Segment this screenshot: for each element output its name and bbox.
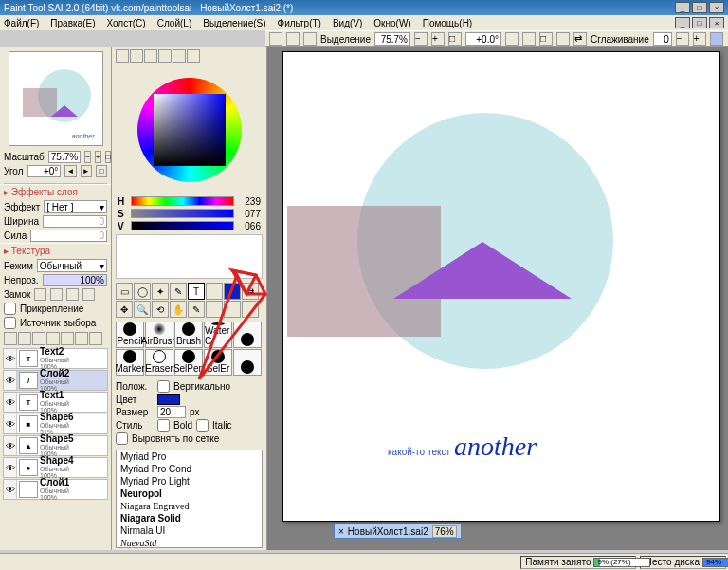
rotate-cw-button[interactable] <box>522 32 536 46</box>
undo-button[interactable] <box>269 32 282 46</box>
flip-h-button[interactable] <box>556 32 570 46</box>
vertical-checkbox[interactable] <box>157 380 170 393</box>
tab-close-icon[interactable]: × <box>338 526 344 537</box>
color-swatches[interactable] <box>116 234 263 279</box>
rotate-ccw-button[interactable] <box>505 32 519 46</box>
menu-help[interactable]: Помощь(H) <box>423 18 473 28</box>
minimize-button[interactable]: _ <box>675 2 690 13</box>
menu-file[interactable]: Файл(F) <box>4 18 39 28</box>
color-square[interactable] <box>154 94 226 166</box>
doc-close-button[interactable]: × <box>709 17 724 28</box>
menu-canvas[interactable]: Холст(C) <box>106 18 145 28</box>
menu-layer[interactable]: Слой(L) <box>157 18 192 28</box>
menu-select[interactable]: Выделение(S) <box>203 18 265 28</box>
brush-Marker[interactable]: Marker <box>116 349 144 376</box>
angle-dec-button[interactable]: ◄ <box>64 165 76 177</box>
hsv-slider-toggle[interactable] <box>144 49 157 63</box>
angle-inc-button[interactable]: ► <box>81 165 92 177</box>
text-tool-alt[interactable]: ✎ <box>170 283 187 300</box>
layer-visibility-toggle[interactable]: 👁 <box>4 480 17 499</box>
color-wheel-toggle[interactable] <box>116 49 129 63</box>
brush-empty[interactable] <box>233 322 262 348</box>
rotate-reset-button[interactable]: □ <box>539 32 553 46</box>
rect-select-tool[interactable]: ▭ <box>116 283 133 300</box>
layer-visibility-toggle[interactable]: 👁 <box>4 414 17 433</box>
zoom-out-button[interactable]: − <box>414 32 428 46</box>
layer-visibility-toggle[interactable]: 👁 <box>4 393 17 412</box>
color-wheel[interactable] <box>112 64 266 195</box>
font-option[interactable]: Neuropol <box>117 487 262 500</box>
bold-checkbox[interactable] <box>157 419 170 432</box>
new-vector-button[interactable] <box>32 332 46 345</box>
font-option[interactable]: Myriad Pro Light <box>117 475 262 487</box>
new-group-button[interactable] <box>18 332 31 345</box>
italic-checkbox[interactable] <box>196 419 209 432</box>
brush-empty[interactable] <box>233 349 262 376</box>
font-option[interactable]: Nirmala UI <box>117 524 262 537</box>
val-slider[interactable] <box>131 221 234 230</box>
lock-alpha-button[interactable] <box>34 288 46 301</box>
sat-slider[interactable] <box>131 209 234 218</box>
zoom-in-button[interactable]: + <box>431 32 445 46</box>
menu-window[interactable]: Окно(W) <box>373 18 410 28</box>
lock-all-button[interactable] <box>82 288 95 301</box>
font-list[interactable]: Myriad ProMyriad Pro CondMyriad Pro Ligh… <box>116 450 263 548</box>
layer-visibility-toggle[interactable]: 👁 <box>4 371 17 390</box>
deselect-button[interactable] <box>303 32 317 46</box>
brush-SelPen[interactable]: SelPen <box>174 349 203 376</box>
swatches-toggle[interactable] <box>173 49 186 63</box>
brush-Brush[interactable]: Brush <box>174 322 203 348</box>
lock-pixel-button[interactable] <box>50 288 63 301</box>
shape-tool[interactable] <box>206 283 223 300</box>
effect-dropdown[interactable]: [ Нет ]▾ <box>44 200 107 213</box>
rotate-tool[interactable]: ⟲ <box>152 301 169 318</box>
menu-edit[interactable]: Правка(E) <box>50 18 95 28</box>
zoom-dec-button[interactable]: − <box>84 151 91 163</box>
layer-visibility-toggle[interactable]: 👁 <box>4 458 17 477</box>
brush-Pencil[interactable]: Pencil <box>116 322 144 348</box>
stabilizer-icon[interactable]: ⇄ <box>573 32 587 46</box>
layer-row[interactable]: 👁▲Shape5Обычный100% <box>3 435 108 456</box>
font-option[interactable]: Niagara Engraved <box>117 500 262 512</box>
text-tool[interactable]: T <box>188 283 205 300</box>
font-option[interactable]: Myriad Pro <box>117 450 262 463</box>
new-layer-button[interactable] <box>4 332 17 345</box>
lock-move-button[interactable] <box>66 288 79 301</box>
font-option[interactable]: Niagara Solid <box>117 512 262 524</box>
source-checkbox[interactable] <box>4 317 16 329</box>
zoom-tool[interactable]: 🔍 <box>134 301 151 318</box>
zoom-field[interactable] <box>374 32 410 46</box>
delete-layer-button[interactable] <box>89 332 102 345</box>
width-value[interactable]: 0 <box>43 215 107 228</box>
merge-down-button[interactable] <box>61 332 74 345</box>
text-color-swatch[interactable] <box>157 394 180 405</box>
opacity-value[interactable]: 100% <box>43 274 107 286</box>
color-mixer-toggle[interactable] <box>158 49 172 63</box>
lasso-tool[interactable]: ◯ <box>134 283 151 300</box>
layer-row[interactable]: 👁TText1Обычный100% <box>3 392 108 413</box>
menu-filter[interactable]: Фильтр(T) <box>278 18 321 28</box>
wand-tool[interactable]: ✦ <box>152 283 169 300</box>
smoothing-inc-button[interactable]: + <box>693 32 706 46</box>
layer-row[interactable]: 👁TText2Обычный100% <box>3 348 108 369</box>
angle-value[interactable]: +0° <box>27 165 62 177</box>
zoom-inc-button[interactable]: + <box>95 151 101 163</box>
zoom-fit-button[interactable]: □ <box>448 32 462 46</box>
layer-row[interactable]: 👁Слой1Обычный100% <box>3 479 108 500</box>
layer-row[interactable]: 👁■Shape6Обычный31% <box>3 414 108 434</box>
toolbar-extra-button[interactable] <box>710 32 723 46</box>
navigator-thumbnail[interactable]: another <box>9 51 103 146</box>
layer-row[interactable]: 👁/Слой2Обычный100% <box>3 370 108 391</box>
brush-Water C[interactable]: Water C <box>204 322 232 348</box>
maximize-button[interactable]: □ <box>692 2 707 13</box>
font-option[interactable]: Myriad Pro Cond <box>117 463 262 475</box>
menu-view[interactable]: Вид(V) <box>333 18 362 28</box>
brush-SelEr[interactable]: SelEr <box>204 349 232 376</box>
clear-layer-button[interactable] <box>75 332 88 345</box>
zoom-reset-button[interactable]: □ <box>105 151 112 163</box>
layer-row[interactable]: 👁●Shape4Обычный100% <box>3 457 108 478</box>
brush-AirBrush[interactable]: AirBrush <box>145 322 173 348</box>
clipping-checkbox[interactable] <box>4 303 16 315</box>
doc-minimize-button[interactable]: _ <box>675 17 690 28</box>
swap-color-button[interactable]: ⇄ <box>242 283 259 300</box>
